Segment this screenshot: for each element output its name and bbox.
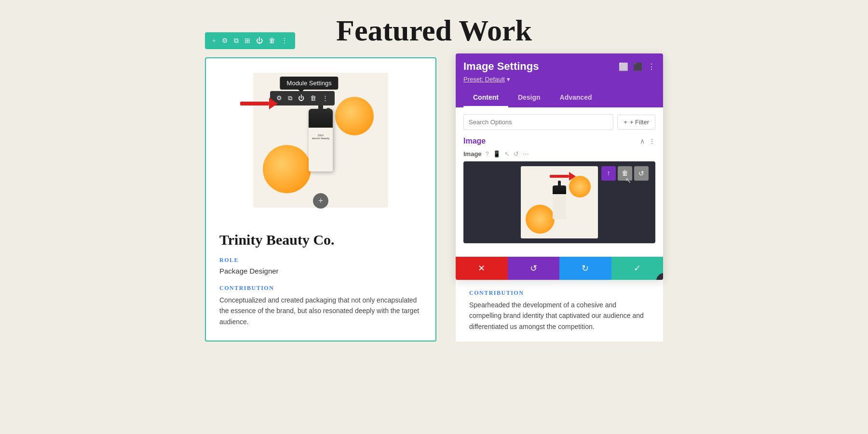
- inner-orange-1: [526, 205, 555, 234]
- contribution-desc: Conceptualized and created packaging tha…: [219, 295, 422, 327]
- contribution-label: CONTRIBUTION: [219, 285, 422, 292]
- cancel-button[interactable]: ✕: [456, 257, 508, 280]
- tab-content[interactable]: Content: [463, 89, 508, 107]
- collapse-icon[interactable]: ∧: [640, 137, 645, 145]
- search-row: + + Filter: [463, 114, 655, 130]
- role-label: ROLE: [219, 257, 422, 264]
- cursor-select-icon[interactable]: ↖: [504, 150, 510, 158]
- inner-bottle: [553, 185, 566, 219]
- right-contribution-desc: Spearheaded the development of a cohesiv…: [469, 300, 650, 332]
- right-section: Image Settings ⬜ ⬛ ⋮ Preset: Default ▾ C…: [456, 53, 663, 342]
- copy-section-icon[interactable]: ⧉: [231, 36, 241, 46]
- add-content-button[interactable]: +: [313, 193, 328, 209]
- mini-more-icon[interactable]: ⋮: [320, 93, 331, 104]
- filter-icon: +: [624, 118, 627, 126]
- orange-slice-2: [335, 97, 374, 135]
- panel-preset: Preset: Default ▾: [463, 76, 655, 83]
- fullscreen-icon[interactable]: ⬜: [619, 62, 628, 71]
- image-section-title: Image: [463, 137, 486, 145]
- preview-red-arrow: [550, 172, 576, 181]
- mini-power-icon[interactable]: ⏻: [296, 93, 307, 104]
- panel-header-top: Image Settings ⬜ ⬛ ⋮: [463, 60, 655, 73]
- more-panel-icon[interactable]: ⋮: [648, 62, 655, 71]
- save-button[interactable]: ✓: [611, 257, 664, 280]
- page-title: Featured Work: [0, 0, 868, 57]
- left-section: + ⚙ ⧉ ⊞ ⏻ 🗑 ⋮ Module Settings ⚙ ⧉ ⏻ 🗑: [205, 57, 436, 342]
- cursor-icon: ↖: [326, 105, 334, 116]
- role-value: Package Designer: [219, 267, 422, 275]
- save-icon: ✓: [634, 263, 641, 274]
- preview-arrow-head: [569, 172, 576, 181]
- undo-image-icon[interactable]: ↺: [514, 150, 519, 158]
- panel-footer: ✕ ↺ ↻ ✓: [456, 257, 663, 280]
- image-container: Module Settings ⚙ ⧉ ⏻ 🗑 ⋮ ↖: [206, 58, 435, 222]
- right-contribution-label: CONTRIBUTION: [469, 289, 650, 297]
- panel-header: Image Settings ⬜ ⬛ ⋮ Preset: Default ▾ C…: [456, 53, 663, 107]
- main-content: + ⚙ ⧉ ⊞ ⏻ 🗑 ⋮ Module Settings ⚙ ⧉ ⏻ 🗑: [0, 57, 868, 342]
- redo-icon: ↻: [582, 263, 589, 274]
- search-options-input[interactable]: [463, 114, 613, 130]
- red-arrow: [240, 98, 278, 109]
- tab-design[interactable]: Design: [508, 89, 550, 107]
- add-section-icon[interactable]: +: [210, 36, 218, 46]
- image-label-row: Image ? 📱 ↖ ↺ ⋯: [463, 150, 655, 158]
- image-section-header: Image ∧ ⋮: [463, 137, 655, 145]
- mini-toolbar: ⚙ ⧉ ⏻ 🗑 ⋮: [270, 91, 335, 105]
- reset-icon: ↺: [530, 263, 537, 274]
- panel-tabs: Content Design Advanced: [463, 89, 655, 107]
- more-image-options-icon[interactable]: ⋯: [523, 150, 529, 158]
- more-section-icon[interactable]: ⋮: [279, 35, 290, 46]
- preview-cursor-icon: ↖: [625, 176, 631, 185]
- redo-button[interactable]: ↻: [559, 257, 611, 280]
- section-toolbar: + ⚙ ⧉ ⊞ ⏻ 🗑 ⋮: [205, 32, 295, 49]
- image-field-label: Image: [463, 150, 482, 158]
- delete-section-icon[interactable]: 🗑: [266, 36, 278, 46]
- help-icon[interactable]: ?: [486, 150, 489, 158]
- tab-advanced[interactable]: Advanced: [550, 89, 602, 107]
- settings-panel: Image Settings ⬜ ⬛ ⋮ Preset: Default ▾ C…: [456, 53, 663, 280]
- preview-arrow-shaft: [550, 175, 569, 178]
- card-content: Trinity Beauty Co. ROLE Package Designer…: [206, 222, 435, 341]
- product-bottle: DIVIserum beauty: [309, 109, 333, 171]
- filter-label: + Filter: [630, 118, 649, 126]
- resize-icon: ↗: [661, 277, 663, 280]
- mini-copy-icon[interactable]: ⧉: [285, 93, 295, 104]
- upload-image-button[interactable]: ↑: [601, 166, 616, 181]
- module-settings-tooltip: Module Settings: [280, 77, 339, 90]
- arrow-shaft: [240, 102, 269, 105]
- panel-header-icons: ⬜ ⬛ ⋮: [619, 62, 655, 71]
- image-preview-area: ↑ 🗑 ↺ ↖: [463, 161, 655, 243]
- mini-delete-icon[interactable]: 🗑: [308, 93, 319, 104]
- undo-image-button[interactable]: ↺: [634, 166, 649, 181]
- mobile-icon[interactable]: 📱: [493, 150, 501, 158]
- filter-button[interactable]: + + Filter: [617, 115, 655, 130]
- image-section-icons: ∧ ⋮: [640, 137, 655, 145]
- cancel-icon: ✕: [478, 263, 485, 274]
- panel-title: Image Settings: [463, 60, 539, 73]
- left-card: Module Settings ⚙ ⧉ ⏻ 🗑 ⋮ ↖: [205, 57, 436, 342]
- company-name: Trinity Beauty Co.: [219, 232, 422, 248]
- preset-value[interactable]: Preset: Default: [463, 76, 505, 83]
- settings-icon[interactable]: ⚙: [219, 35, 231, 46]
- reset-button[interactable]: ↺: [508, 257, 560, 280]
- panel-body: + + Filter Image ∧ ⋮ Image ? 📱: [456, 107, 663, 257]
- right-card-lower: CONTRIBUTION Spearheaded the development…: [456, 280, 663, 342]
- bottle-label: DIVIserum beauty: [311, 134, 330, 140]
- more-image-icon[interactable]: ⋮: [649, 137, 655, 145]
- columns-icon[interactable]: ⊞: [242, 35, 253, 46]
- orange-slice-1: [263, 145, 311, 193]
- arrow-head: [269, 98, 278, 109]
- power-icon[interactable]: ⏻: [254, 36, 265, 46]
- split-icon[interactable]: ⬛: [633, 62, 643, 71]
